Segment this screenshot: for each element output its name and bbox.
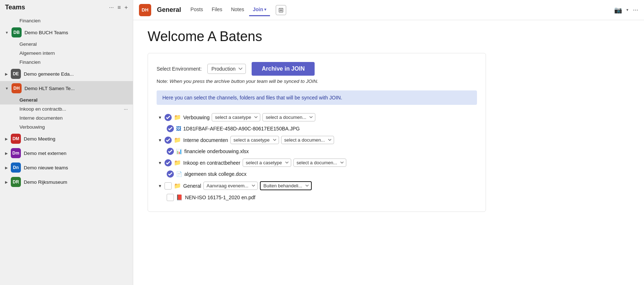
- filter-icon[interactable]: ≡: [117, 4, 121, 11]
- add-team-icon[interactable]: +: [125, 4, 128, 11]
- docx-file-icon: 📄: [176, 171, 182, 177]
- tab-join[interactable]: Join ▾: [249, 4, 270, 16]
- avatar-dm: DM: [11, 134, 21, 144]
- tab-posts[interactable]: Posts: [187, 4, 207, 16]
- topnav-avatar: DH: [139, 4, 151, 16]
- sidebar-team-dr[interactable]: ▶ DR Demo Rijksmuseum: [0, 175, 133, 189]
- checkbox-docx[interactable]: [167, 170, 174, 178]
- topnav-channel-title: General: [157, 6, 181, 14]
- tree-arrow-interne[interactable]: ▼: [158, 138, 162, 142]
- add-tab-button[interactable]: ⊞: [276, 5, 286, 15]
- archive-button[interactable]: Archive in JOIN: [252, 62, 315, 76]
- label-verbouwing: Verbouwing: [183, 115, 210, 120]
- xlsx-file-icon: 📊: [176, 148, 182, 154]
- topnav-right: 📷 ▾ ···: [614, 6, 638, 14]
- label-docx: algemeen stuk college.docx: [184, 171, 247, 177]
- casetype-select-inkoop[interactable]: select a casetype: [243, 159, 291, 167]
- label-interne: Interne documenten: [183, 137, 228, 143]
- casetype-select-verbouwing[interactable]: select a casetype: [212, 113, 260, 121]
- checkbox-jpg[interactable]: [167, 125, 174, 132]
- avatar-db: DB: [12, 27, 22, 37]
- tree-arrow-inkoop[interactable]: ▼: [158, 161, 162, 165]
- tree-arrow-general[interactable]: ▼: [158, 184, 162, 188]
- folder-icon-verbouwing: 📁: [174, 114, 181, 121]
- doctype-select-general[interactable]: Buiten behandeli...: [260, 181, 312, 190]
- checkbox-verbouwing[interactable]: [165, 114, 172, 121]
- channel-label: Algemeen intern: [19, 50, 55, 56]
- file-tree: ▼ 📁 Verbouwing select a casetype select …: [157, 111, 477, 203]
- folder-icon-inkoop: 📁: [174, 159, 181, 166]
- team-name-dr: Demo Rijksmuseum: [24, 179, 67, 185]
- team-name-dm: Demo Meeting: [24, 136, 55, 142]
- team-name-db: Demo BUCH Teams: [24, 30, 68, 35]
- sidebar-channel-inkoop[interactable]: Inkoop en contractb... ···: [0, 104, 133, 113]
- doctype-select-inkoop[interactable]: select a documen...: [293, 159, 346, 167]
- label-general: General: [183, 183, 201, 189]
- tree-row-general: ▼ 📁 General Aanvraag evenem... Buiten be…: [157, 179, 477, 192]
- sidebar-header-icons: ··· ≡ +: [109, 4, 128, 11]
- avatar-dn: Dn: [11, 162, 21, 173]
- sidebar-item-financien-top[interactable]: Financien: [0, 16, 133, 25]
- casetype-select-interne[interactable]: select a casetype: [230, 136, 279, 144]
- chevron-dh: ▼: [5, 86, 9, 90]
- avatar-dh: DH: [12, 83, 22, 93]
- chevron-dn: ▶: [5, 166, 8, 170]
- tab-files[interactable]: Files: [208, 4, 226, 16]
- archive-note: Note: When you press the archive button …: [157, 79, 477, 84]
- sidebar-team-db[interactable]: ▼ DB Demo BUCH Teams: [0, 25, 133, 40]
- video-icon[interactable]: 📷: [614, 6, 622, 14]
- sidebar-team-dme[interactable]: ▶ Dm Demo met externen: [0, 146, 133, 160]
- sidebar-team-dh[interactable]: ▼ DH Demo HLT Samen Te...: [0, 81, 133, 95]
- channel-more-icon[interactable]: ···: [124, 106, 128, 112]
- channel-label: General: [19, 41, 37, 47]
- sidebar-channel-financien-buch[interactable]: Financien: [0, 58, 133, 67]
- chevron-dme: ▶: [5, 151, 8, 155]
- chevron-db: ▼: [5, 31, 9, 35]
- nav-tabs: Posts Files Notes Join ▾: [187, 4, 270, 16]
- sidebar-channel-general-buch[interactable]: General: [0, 40, 133, 49]
- tree-row-inkoop: ▼ 📁 Inkoop en contractbeheer select a ca…: [157, 157, 477, 169]
- channel-label: Interne documenten: [19, 115, 63, 121]
- casetype-select-general[interactable]: Aanvraag evenem...: [203, 182, 258, 190]
- label-inkoop: Inkoop en contractbeheer: [183, 160, 240, 166]
- doctype-select-interne[interactable]: select a documen...: [281, 136, 334, 144]
- checkbox-general[interactable]: [165, 182, 172, 190]
- main-area: Welcome A Batens Select Environment: Pro…: [133, 20, 644, 285]
- sidebar-team-dn[interactable]: ▶ Dn Demo nieuwe teams: [0, 160, 133, 175]
- team-name-dme: Demo met externen: [24, 151, 67, 156]
- tab-notes[interactable]: Notes: [228, 4, 248, 16]
- sidebar-channel-general-dh[interactable]: General: [0, 95, 133, 104]
- sidebar-channel-algemeen[interactable]: Algemeen intern: [0, 49, 133, 58]
- environment-select[interactable]: Production Staging: [207, 64, 246, 74]
- chevron-dr: ▶: [5, 180, 8, 184]
- more-options-icon[interactable]: ···: [109, 4, 114, 11]
- tree-row-pdf: 📕 NEN-ISO 16175-1_2020 en.pdf: [157, 192, 477, 203]
- sidebar-channel-interne[interactable]: Interne documenten: [0, 113, 133, 123]
- folder-icon-interne: 📁: [174, 137, 181, 143]
- channel-label: Financien: [19, 59, 41, 65]
- pdf-file-icon: 📕: [176, 194, 183, 201]
- checkbox-pdf[interactable]: [167, 194, 174, 201]
- tree-arrow-verbouwing[interactable]: ▼: [158, 115, 162, 120]
- checkbox-interne[interactable]: [165, 137, 172, 144]
- chevron-down-icon-video[interactable]: ▾: [626, 8, 629, 12]
- channel-label: Verbouwing: [19, 124, 45, 130]
- chevron-dm: ▶: [5, 137, 8, 141]
- label-jpg: 1D81FBAF-AFEE-458D-A90C-80617EE150BA.JPG: [183, 126, 300, 132]
- doctype-select-verbouwing[interactable]: select a documen...: [262, 113, 315, 121]
- tree-row-interne: ▼ 📁 Interne documenten select a casetype…: [157, 134, 477, 146]
- sidebar-team-de[interactable]: ▶ DE Demo gemeente Eda...: [0, 67, 133, 81]
- chevron-de: ▶: [5, 72, 8, 76]
- sidebar-team-dm[interactable]: ▶ DM Demo Meeting: [0, 132, 133, 146]
- checkbox-inkoop[interactable]: [165, 159, 172, 166]
- channel-label: Inkoop en contractb...: [19, 106, 66, 112]
- avatar-dr: DR: [11, 177, 21, 187]
- note-italic: When you press the archive button your t…: [170, 79, 318, 84]
- team-name-dn: Demo nieuwe teams: [24, 165, 68, 170]
- main-content: DH General Posts Files Notes Join ▾ ⊞ 📷 …: [133, 0, 644, 285]
- archive-top-row: Select Environment: Production Staging A…: [157, 62, 477, 76]
- checkbox-xlsx[interactable]: [167, 148, 174, 155]
- tree-row-xlsx: 📊 financiele onderbouwing.xlsx: [157, 146, 477, 157]
- more-options-icon-topnav[interactable]: ···: [633, 6, 638, 14]
- sidebar-channel-verbouwing[interactable]: Verbouwing: [0, 123, 133, 132]
